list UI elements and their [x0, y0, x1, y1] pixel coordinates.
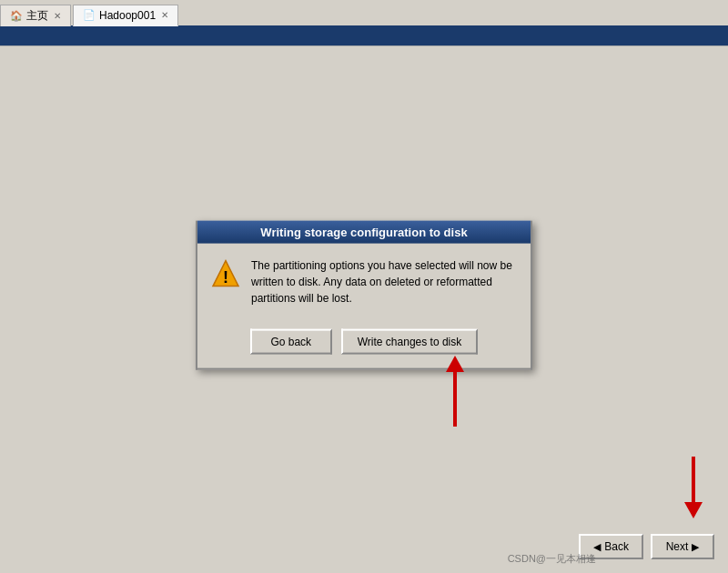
main-content: Writing storage configuration to disk ! … [0, 46, 728, 573]
back-nav-label: Back [604, 540, 629, 553]
next-icon: ▶ [692, 541, 699, 553]
dialog-title: Writing storage configuration to disk [197, 221, 531, 244]
dialog-body: ! The partitioning options you have sele… [197, 244, 531, 320]
next-nav-label: Next [666, 540, 689, 553]
arrow-shaft-next [692, 457, 695, 502]
dialog-message: The partitioning options you have select… [251, 257, 517, 307]
arrow-shaft-write [453, 372, 457, 427]
warning-icon: ! [211, 259, 240, 288]
arrow-head-write [446, 356, 464, 372]
tab-hadoop-close[interactable]: ✕ [161, 10, 168, 20]
go-back-button[interactable]: Go back [250, 329, 332, 355]
tab-home[interactable]: 🏠 主页 ✕ [0, 5, 71, 26]
dialog-write-storage: Writing storage configuration to disk ! … [196, 221, 532, 370]
arrow-annotation-next [684, 457, 703, 518]
watermark: CSDN@一见本相逢 [508, 552, 596, 566]
bottom-nav: ◀ Back Next ▶ [579, 534, 714, 559]
tab-bar: 🏠 主页 ✕ 📄 Hadoop001 ✕ [0, 0, 728, 25]
dialog-buttons: Go back Write changes to disk [197, 320, 531, 368]
tab-hadoop-label: Hadoop001 [99, 9, 156, 22]
home-icon: 🏠 [10, 10, 23, 22]
arrow-annotation-write [446, 356, 464, 427]
arrow-head-next [684, 502, 703, 518]
tab-hadoop[interactable]: 📄 Hadoop001 ✕ [73, 5, 178, 26]
svg-text:!: ! [223, 268, 228, 286]
address-bar [0, 25, 728, 45]
back-icon: ◀ [593, 541, 601, 553]
tab-hadoop-icon: 📄 [83, 9, 96, 21]
browser-chrome: 🏠 主页 ✕ 📄 Hadoop001 ✕ [0, 0, 728, 46]
write-changes-button[interactable]: Write changes to disk [341, 329, 479, 355]
next-nav-button[interactable]: Next ▶ [651, 534, 714, 559]
tab-home-close[interactable]: ✕ [54, 11, 61, 21]
tab-home-label: 主页 [26, 8, 48, 24]
